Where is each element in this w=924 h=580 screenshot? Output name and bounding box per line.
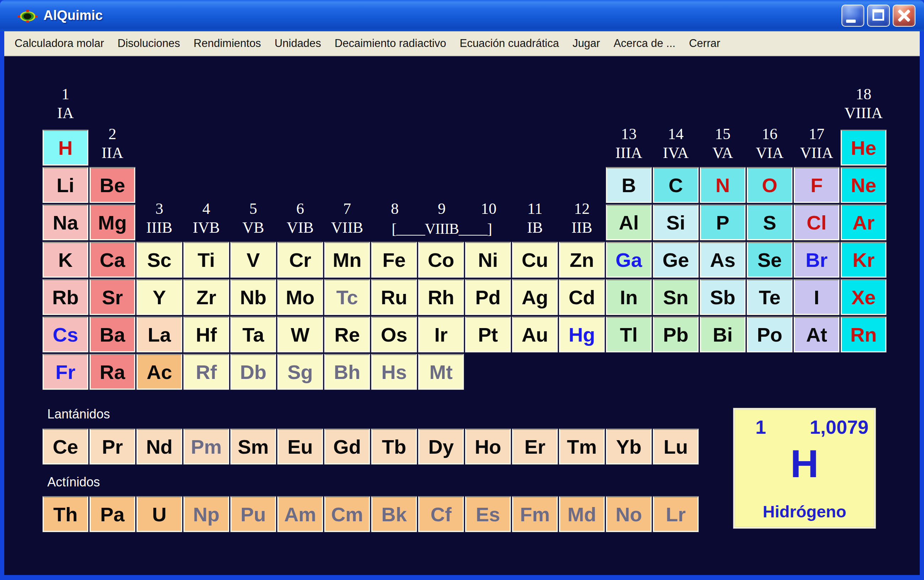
element-cell-P[interactable]: P (700, 204, 745, 240)
element-cell-Tc[interactable]: Tc (324, 279, 370, 315)
element-cell-Nd[interactable]: Nd (136, 429, 182, 465)
element-cell-Li[interactable]: Li (43, 167, 88, 203)
element-cell-Cf[interactable]: Cf (418, 496, 464, 532)
element-cell-Pm[interactable]: Pm (184, 429, 229, 465)
menu-item-acerca-de[interactable]: Acerca de ... (607, 37, 682, 50)
element-cell-Am[interactable]: Am (278, 496, 323, 532)
element-cell-Cm[interactable]: Cm (324, 496, 370, 532)
element-cell-H[interactable]: H (43, 130, 88, 165)
element-cell-Os[interactable]: Os (371, 317, 417, 352)
element-cell-Zn[interactable]: Zn (559, 242, 605, 278)
element-cell-Ag[interactable]: Ag (512, 279, 558, 315)
element-cell-Cr[interactable]: Cr (278, 242, 323, 278)
element-cell-Po[interactable]: Po (747, 317, 792, 352)
element-cell-Ge[interactable]: Ge (653, 242, 699, 278)
element-cell-Rb[interactable]: Rb (43, 279, 88, 315)
menu-item-disoluciones[interactable]: Disoluciones (111, 37, 187, 50)
element-cell-Lr[interactable]: Lr (653, 496, 699, 532)
element-cell-Ar[interactable]: Ar (841, 204, 886, 240)
element-cell-Yb[interactable]: Yb (606, 429, 651, 465)
element-cell-Sr[interactable]: Sr (90, 279, 135, 315)
element-cell-Hs[interactable]: Hs (371, 354, 417, 390)
element-cell-Ru[interactable]: Ru (371, 279, 417, 315)
element-cell-B[interactable]: B (606, 167, 651, 203)
element-cell-W[interactable]: W (278, 317, 323, 352)
element-cell-Pu[interactable]: Pu (230, 496, 276, 532)
element-cell-Ta[interactable]: Ta (230, 317, 276, 352)
element-cell-Sm[interactable]: Sm (230, 429, 276, 465)
element-cell-At[interactable]: At (794, 317, 839, 352)
menu-item-unidades[interactable]: Unidades (268, 37, 328, 50)
element-cell-Es[interactable]: Es (465, 496, 511, 532)
element-cell-Ni[interactable]: Ni (465, 242, 511, 278)
element-cell-Y[interactable]: Y (136, 279, 182, 315)
element-cell-Hf[interactable]: Hf (184, 317, 229, 352)
element-cell-Pr[interactable]: Pr (90, 429, 135, 465)
element-cell-F[interactable]: F (794, 167, 839, 203)
element-cell-Bk[interactable]: Bk (371, 496, 417, 532)
element-cell-Nb[interactable]: Nb (230, 279, 276, 315)
element-cell-Hg[interactable]: Hg (559, 317, 605, 352)
element-cell-K[interactable]: K (43, 242, 88, 278)
element-cell-He[interactable]: He (841, 130, 886, 165)
element-cell-Rf[interactable]: Rf (184, 354, 229, 390)
element-cell-Pt[interactable]: Pt (465, 317, 511, 352)
menu-item-decaimiento-radiactivo[interactable]: Decaimiento radiactivo (328, 37, 453, 50)
element-cell-Re[interactable]: Re (324, 317, 370, 352)
element-cell-Ir[interactable]: Ir (418, 317, 464, 352)
element-cell-Tm[interactable]: Tm (559, 429, 605, 465)
element-cell-Bh[interactable]: Bh (324, 354, 370, 390)
minimize-button[interactable] (842, 5, 864, 27)
element-cell-I[interactable]: I (794, 279, 839, 315)
element-cell-Bi[interactable]: Bi (700, 317, 745, 352)
element-cell-No[interactable]: No (606, 496, 651, 532)
element-cell-Ga[interactable]: Ga (606, 242, 651, 278)
element-cell-Ti[interactable]: Ti (184, 242, 229, 278)
element-cell-Lu[interactable]: Lu (653, 429, 699, 465)
element-cell-Ca[interactable]: Ca (90, 242, 135, 278)
menu-item-ecuaci-n-cuadr-tica[interactable]: Ecuación cuadrática (453, 37, 566, 50)
element-cell-Fe[interactable]: Fe (371, 242, 417, 278)
element-cell-Er[interactable]: Er (512, 429, 558, 465)
element-cell-Te[interactable]: Te (747, 279, 792, 315)
element-cell-La[interactable]: La (136, 317, 182, 352)
element-cell-Mo[interactable]: Mo (278, 279, 323, 315)
element-cell-Co[interactable]: Co (418, 242, 464, 278)
element-cell-Rn[interactable]: Rn (841, 317, 886, 352)
element-cell-Rh[interactable]: Rh (418, 279, 464, 315)
element-cell-O[interactable]: O (747, 167, 792, 203)
element-cell-Ba[interactable]: Ba (90, 317, 135, 352)
element-cell-C[interactable]: C (653, 167, 699, 203)
element-cell-Al[interactable]: Al (606, 204, 651, 240)
element-cell-Na[interactable]: Na (43, 204, 88, 240)
element-cell-Tb[interactable]: Tb (371, 429, 417, 465)
element-cell-As[interactable]: As (700, 242, 745, 278)
element-cell-Mn[interactable]: Mn (324, 242, 370, 278)
element-cell-Cd[interactable]: Cd (559, 279, 605, 315)
element-cell-Np[interactable]: Np (184, 496, 229, 532)
element-cell-Kr[interactable]: Kr (841, 242, 886, 278)
element-cell-Ac[interactable]: Ac (136, 354, 182, 390)
element-cell-In[interactable]: In (606, 279, 651, 315)
element-cell-Sb[interactable]: Sb (700, 279, 745, 315)
element-cell-Se[interactable]: Se (747, 242, 792, 278)
close-button[interactable] (893, 5, 916, 27)
element-cell-Si[interactable]: Si (653, 204, 699, 240)
element-cell-Mg[interactable]: Mg (90, 204, 135, 240)
title-bar[interactable]: AlQuimic (0, 0, 924, 31)
element-cell-N[interactable]: N (700, 167, 745, 203)
element-cell-Cu[interactable]: Cu (512, 242, 558, 278)
element-cell-Eu[interactable]: Eu (278, 429, 323, 465)
element-cell-Zr[interactable]: Zr (184, 279, 229, 315)
element-cell-Sn[interactable]: Sn (653, 279, 699, 315)
element-cell-Sg[interactable]: Sg (278, 354, 323, 390)
element-cell-Fm[interactable]: Fm (512, 496, 558, 532)
menu-item-rendimientos[interactable]: Rendimientos (187, 37, 268, 50)
element-cell-Ra[interactable]: Ra (90, 354, 135, 390)
element-cell-Th[interactable]: Th (43, 496, 88, 532)
element-cell-Xe[interactable]: Xe (841, 279, 886, 315)
element-cell-Gd[interactable]: Gd (324, 429, 370, 465)
element-cell-Cl[interactable]: Cl (794, 204, 839, 240)
element-cell-Md[interactable]: Md (559, 496, 605, 532)
element-cell-Br[interactable]: Br (794, 242, 839, 278)
